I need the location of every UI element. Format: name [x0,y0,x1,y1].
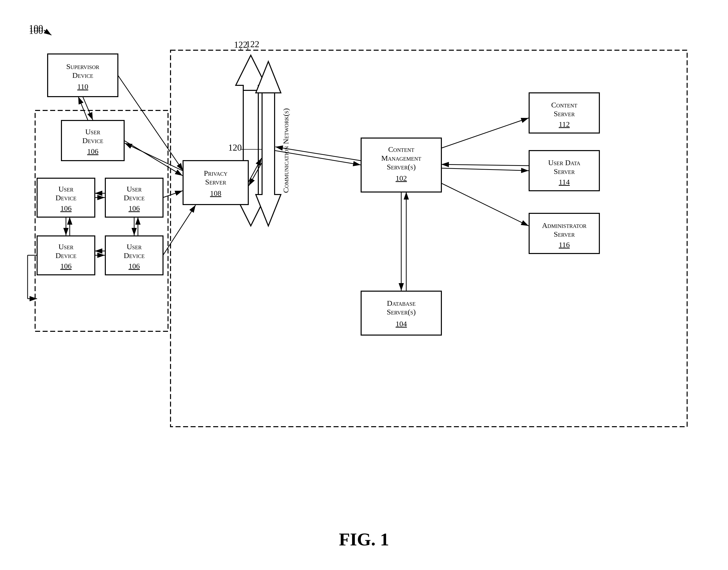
svg-line-94 [44,30,51,35]
svg-text:Server(s): Server(s) [387,308,416,316]
svg-text:Device: Device [72,71,93,79]
svg-line-63 [83,97,93,120]
svg-text:104: 104 [396,319,407,328]
svg-rect-47 [529,93,599,133]
svg-text:116: 116 [559,241,570,249]
svg-text:Device: Device [55,251,76,260]
svg-text:106: 106 [129,204,140,212]
svg-line-83 [275,151,360,165]
svg-rect-6 [35,110,168,331]
svg-line-65 [118,75,183,171]
svg-text:Database: Database [387,299,416,307]
svg-text:Communication Network(s): Communication Network(s) [281,108,290,193]
svg-rect-9 [48,54,118,97]
svg-text:Server: Server [554,230,575,238]
svg-text:Server(s): Server(s) [387,163,416,171]
svg-text:106: 106 [60,262,72,270]
svg-text:Server: Server [554,109,575,118]
svg-text:Management: Management [381,154,421,162]
svg-line-69 [163,205,196,255]
svg-text:User Data: User Data [548,159,581,167]
svg-text:User: User [85,127,100,136]
svg-rect-13 [61,120,124,161]
svg-text:Device: Device [124,251,145,260]
svg-line-67 [125,143,182,171]
svg-line-84 [275,147,360,161]
svg-line-87 [441,165,529,166]
figure-label: FIG. 1 [339,529,389,550]
svg-marker-8 [236,90,266,226]
svg-text:122: 122 [246,39,259,49]
svg-rect-3 [170,50,687,427]
svg-rect-17 [37,178,95,217]
svg-text:Server: Server [554,167,575,176]
svg-line-85 [441,118,529,148]
svg-line-66 [124,140,182,176]
svg-text:Content: Content [388,145,414,154]
svg-text:Administrator: Administrator [542,221,587,229]
svg-line-81 [248,158,261,183]
svg-rect-59 [361,291,441,335]
svg-text:110: 110 [77,82,88,91]
svg-text:122: 122 [234,40,247,50]
svg-line-64 [78,97,88,120]
svg-rect-33 [183,161,248,205]
svg-marker-38 [256,93,281,226]
svg-rect-29 [105,236,163,275]
svg-rect-25 [37,236,95,275]
svg-text:120: 120 [228,142,242,153]
svg-text:106: 106 [129,262,140,270]
svg-text:108: 108 [210,189,221,197]
svg-text:User: User [127,185,142,193]
svg-text:User: User [58,185,73,193]
svg-marker-7 [236,55,266,191]
svg-rect-21 [105,178,163,217]
svg-text:Privacy: Privacy [204,169,227,177]
svg-text:112: 112 [559,120,570,128]
svg-rect-51 [529,151,599,191]
diagram-container: 100 122 [15,15,712,517]
svg-text:102: 102 [396,174,407,182]
svg-line-86 [441,168,529,171]
svg-text:User: User [127,243,142,251]
svg-text:Content: Content [551,101,577,109]
svg-line-82 [249,163,261,186]
svg-marker-37 [256,61,281,195]
svg-text:User: User [58,243,73,251]
svg-rect-42 [361,138,441,192]
svg-line-88 [441,183,529,226]
svg-rect-55 [529,213,599,254]
svg-text:114: 114 [559,178,570,186]
svg-text:106: 106 [60,204,72,212]
svg-text:Server: Server [205,178,226,186]
svg-text:106: 106 [87,147,99,156]
svg-text:Device: Device [124,194,145,202]
svg-text:Supervisor: Supervisor [66,62,99,70]
svg-text:Device: Device [55,194,76,202]
svg-text:Device: Device [82,136,103,145]
ref-100-label: 100 [29,23,43,34]
svg-line-68 [163,191,182,198]
